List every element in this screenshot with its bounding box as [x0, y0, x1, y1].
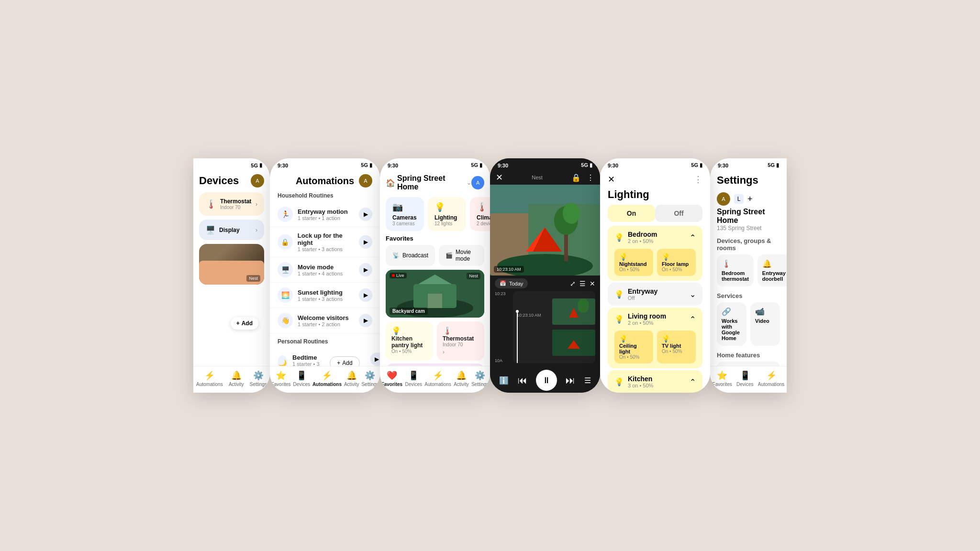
nav-settings-1[interactable]: ⚙️ Settings	[250, 370, 267, 387]
play-btn-movie[interactable]: ▶	[359, 263, 372, 276]
nav-automations-6[interactable]: ⚡ Automations	[758, 370, 785, 387]
nav-favorites-2[interactable]: ⭐ Favorites	[271, 370, 290, 387]
category-climate[interactable]: 🌡️ Climate 2 devices	[470, 197, 490, 231]
menu-icon[interactable]: ☰	[584, 376, 591, 385]
living-room-header[interactable]: 💡 Living room 2 on • 50% ⌃	[608, 308, 702, 331]
kitchen-light-card[interactable]: 💡 Kitchen pantry light On • 50%	[386, 321, 433, 361]
routine-entryway[interactable]: 🏃 Entryway motion 1 starter • 1 action ▶	[270, 202, 380, 227]
devices-label-3: Devices	[405, 382, 422, 387]
calendar-icon: 📅	[500, 280, 506, 287]
lighting-name: Lighting	[434, 214, 459, 221]
today-pill[interactable]: 📅 Today	[495, 278, 528, 288]
p5-header: ✕ ⋮	[600, 170, 710, 185]
toggle-off-btn[interactable]: Off	[655, 205, 702, 222]
kitchen-name: Kitchen	[628, 375, 690, 383]
nav-automations-3[interactable]: ⚡ Automations	[424, 370, 451, 387]
thermostat-sub: Indoor 70	[220, 205, 251, 210]
dots-icon-4[interactable]: ⋮	[587, 173, 594, 182]
add-button[interactable]: + Add	[231, 317, 258, 330]
prev-icon[interactable]: ⏮	[518, 375, 527, 386]
close-timeline-icon[interactable]: ✕	[590, 280, 595, 287]
play-btn-bedtime[interactable]: ▶	[370, 353, 380, 366]
ceiling-light[interactable]: 💡 Ceiling light On • 50%	[614, 331, 653, 364]
cam-top-bar: ✕ Nest 🔒 ⋮	[490, 170, 600, 185]
close-icon-4[interactable]: ✕	[496, 172, 503, 183]
routine-sunset[interactable]: 🌅 Sunset lighting 1 starter • 3 actions …	[270, 283, 380, 308]
camera-preview[interactable]: Live Backyard cam Nest	[386, 270, 484, 318]
nav-automations-2[interactable]: ⚡ Automations	[312, 370, 342, 387]
timeline-main[interactable]: 10:23:10 AM	[513, 291, 595, 363]
nav-favorites-6[interactable]: ⭐ Favorites	[713, 370, 732, 387]
nav-activity-3[interactable]: 🔔 Activity	[454, 370, 469, 387]
activity-label-2: Activity	[344, 382, 359, 387]
nav-settings-3[interactable]: ⚙️ Settings	[471, 370, 489, 387]
floor-lamp-light[interactable]: 💡 Floor lamp On • 50%	[657, 249, 696, 276]
info-icon[interactable]: ℹ️	[499, 376, 509, 385]
tv-light[interactable]: 💡 TV light On • 50%	[657, 331, 696, 364]
video-service[interactable]: 📹 Video	[750, 302, 780, 346]
play-btn-sunset[interactable]: ▶	[359, 288, 372, 302]
nav-devices-6[interactable]: 📱 Devices	[736, 370, 754, 387]
nav-settings-2[interactable]: ⚙️ Settings	[361, 370, 379, 387]
thermostat-card[interactable]: 🌡️ Thermostat Indoor 70 ›	[199, 192, 264, 216]
bedroom-chevron[interactable]: ⌃	[690, 233, 696, 242]
bedroom-thermostat-card[interactable]: 🌡️ Bedroom thermostat	[717, 254, 754, 287]
kitchen-chevron[interactable]: ⌃	[690, 377, 696, 386]
play-btn-entryway[interactable]: ▶	[359, 208, 372, 221]
list-icon[interactable]: ☰	[579, 280, 586, 287]
thumb-2	[552, 330, 595, 356]
next-icon[interactable]: ⏭	[566, 375, 575, 386]
dots-icon-5[interactable]: ⋮	[694, 174, 702, 185]
category-lighting[interactable]: 💡 Lighting 12 lights	[428, 197, 466, 231]
nightstand-light[interactable]: 💡 Nightstand On • 50%	[614, 249, 653, 276]
fav-label-6: Favorites	[713, 382, 732, 387]
toggle-row: On Off	[608, 205, 702, 222]
kitchen-header[interactable]: 💡 Kitchen 3 on • 50% ⌃	[608, 370, 702, 393]
movie-mode-icon: 🎬	[445, 252, 453, 259]
home-title-row: 🏠 Spring Street Home ⌄	[386, 174, 471, 191]
movie-mode-btn[interactable]: 🎬 Movie mode	[439, 245, 484, 266]
time-label-2: 10A	[495, 358, 509, 363]
lock-icon-4[interactable]: 🔒	[571, 173, 581, 182]
play-btn-lock[interactable]: ▶	[359, 235, 372, 249]
timeline-scrubber[interactable]	[517, 311, 518, 363]
live-dot	[392, 274, 395, 277]
nav-devices-3[interactable]: 📱 Devices	[405, 370, 422, 387]
add-plus-icon: +	[236, 320, 240, 327]
google-home-icon: 🔗	[722, 308, 731, 316]
expand-icon[interactable]: ⤢	[570, 280, 576, 287]
climate-icon: 🌡️	[477, 202, 490, 212]
nav-devices-2[interactable]: 📱 Devices	[293, 370, 310, 387]
broadcast-btn[interactable]: 📡 Broadcast	[386, 245, 435, 266]
entryway-chevron[interactable]: ⌄	[690, 290, 696, 299]
pause-btn[interactable]: ⏸	[536, 370, 557, 391]
bedroom-header[interactable]: 💡 Bedroom 2 on • 50% ⌃	[608, 226, 702, 249]
nav-activity-1[interactable]: 🔔 Activity	[229, 370, 244, 387]
nav-activity-2[interactable]: 🔔 Activity	[344, 370, 359, 387]
signal-icon-6: 5G ▮	[768, 162, 779, 168]
play-btn-welcome[interactable]: ▶	[359, 314, 372, 327]
add-routine-label: Add	[342, 360, 352, 366]
routine-movie[interactable]: 🖥️ Movie mode 1 starter • 4 actions ▶	[270, 257, 380, 283]
toggle-on-btn[interactable]: On	[608, 205, 655, 222]
nav-favorites-3[interactable]: ❤️ Favorites	[381, 370, 402, 387]
display-card[interactable]: 🖥️ Display ›	[199, 220, 264, 240]
category-cameras[interactable]: 📷 Cameras 3 cameras	[386, 197, 424, 231]
entryway-doorbell-card[interactable]: 🔔 Entryway doorbell	[757, 254, 787, 287]
close-icon-5[interactable]: ✕	[608, 174, 615, 185]
entryway-header[interactable]: 💡 Entryway Off ⌄	[608, 283, 702, 306]
home-title[interactable]: Spring Street Home	[397, 174, 465, 191]
thermostat-card-3[interactable]: 🌡️ Thermostat Indoor 70 ›	[437, 321, 484, 361]
living-room-chevron[interactable]: ⌃	[690, 315, 696, 324]
p2-header: Automations A	[270, 170, 380, 187]
p3-avatar: A	[471, 176, 484, 189]
nightstand-name: Nightstand	[619, 261, 648, 267]
bedroom-lights: 💡 Nightstand On • 50% 💡 Floor lamp On • …	[608, 249, 702, 281]
nav-automations-1[interactable]: ⚡ Automations	[196, 370, 223, 387]
google-home-service[interactable]: 🔗 Works with Google Home	[717, 302, 746, 346]
p6-title: Settings	[717, 174, 780, 187]
routine-welcome[interactable]: 👋 Welcome visitors 1 starter • 2 action …	[270, 308, 380, 333]
p6-add-icon[interactable]: +	[747, 194, 753, 204]
broadcast-icon: 📡	[392, 252, 400, 259]
routine-lock[interactable]: 🔒 Lock up for the night 1 starter • 3 ac…	[270, 227, 380, 257]
